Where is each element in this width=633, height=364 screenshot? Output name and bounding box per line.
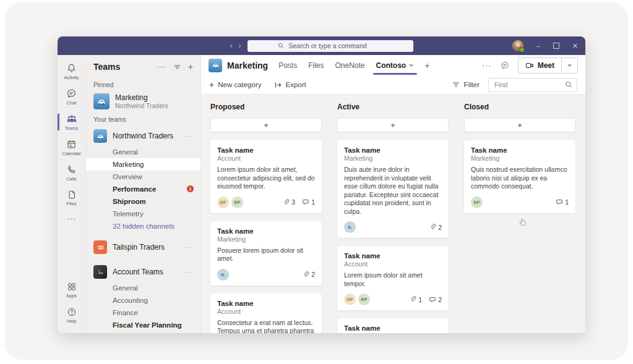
add-tab-button[interactable]: + xyxy=(420,55,434,75)
pinned-channel-marketing[interactable]: Marketing Northwind Traders xyxy=(86,91,200,111)
find-search-box[interactable] xyxy=(488,78,577,92)
task-card[interactable]: Task name Account Lorem ipsum dolor sit … xyxy=(337,318,449,333)
column-proposed: Proposed + Task name Account Lorem ipsum… xyxy=(210,101,322,333)
task-description: Consectetur a erat nam at lectus. Tempus… xyxy=(217,319,315,334)
channel-strategy[interactable]: Strategy xyxy=(86,331,200,333)
search-input[interactable] xyxy=(288,41,383,50)
task-card[interactable]: Task name Marketing Posuere lorem ipsum … xyxy=(210,221,322,286)
channel-fiscal-year-planning[interactable]: Fiscal Year Planning xyxy=(86,319,200,331)
rail-item-calendar[interactable]: Calendar xyxy=(58,135,85,160)
task-card[interactable]: Task name Account Lorem ipsum dolor sit … xyxy=(337,246,449,310)
tab-onenote[interactable]: OneNote xyxy=(329,55,370,75)
add-task-button[interactable]: + xyxy=(337,118,449,132)
task-card[interactable]: Task name Marketing Duis aute irure dolo… xyxy=(337,140,449,238)
task-title: Task name xyxy=(344,252,442,260)
rail-more-apps[interactable]: ··· xyxy=(58,211,85,227)
channel-accounting[interactable]: Accounting xyxy=(86,294,200,307)
minimize-button[interactable]: – xyxy=(536,43,540,49)
meet-options-button[interactable] xyxy=(561,58,577,73)
assignee-avatar: IL xyxy=(344,221,356,233)
rail-item-chat[interactable]: Chat xyxy=(58,84,85,109)
pinned-channel-name: Marketing xyxy=(115,93,168,102)
maximize-button[interactable] xyxy=(553,43,559,49)
tab-contoso-active[interactable]: Contoso xyxy=(371,55,420,75)
add-task-button[interactable]: + xyxy=(210,118,322,132)
rail-item-activity[interactable]: Activity xyxy=(58,59,85,84)
rail-item-apps[interactable]: Apps xyxy=(58,277,85,303)
attachments-count: 3 xyxy=(283,198,295,206)
team-name: Account Teams xyxy=(113,268,179,276)
column-active: Active + Task name Marketing Duis aute i… xyxy=(337,101,449,333)
channel-team-icon xyxy=(209,59,222,72)
channel-performance[interactable]: Performance 1 xyxy=(86,183,200,195)
kanban-board: Proposed + Task name Account Lorem ipsum… xyxy=(201,95,585,333)
channel-more-options-icon[interactable]: ··· xyxy=(482,61,492,70)
rail-label: Calendar xyxy=(62,151,80,156)
channel-shiproom[interactable]: Shiproom xyxy=(86,195,200,208)
rail-item-help[interactable]: Help xyxy=(58,303,85,328)
channel-marketing-selected[interactable]: Marketing xyxy=(86,158,200,171)
channel-main-area: Marketing Posts Files OneNote Contoso + … xyxy=(200,55,585,333)
team-options-icon[interactable]: ··· xyxy=(184,132,193,140)
help-icon xyxy=(67,307,77,317)
rail-label: Apps xyxy=(66,293,77,298)
channel-title: Marketing xyxy=(227,61,268,70)
nav-back-icon[interactable]: ‹ xyxy=(230,42,233,49)
tailspin-team-icon xyxy=(93,240,107,254)
comments-count: 1 xyxy=(556,198,569,206)
rail-label: Calls xyxy=(66,176,77,182)
find-input[interactable] xyxy=(493,80,561,89)
new-category-button[interactable]: + New category xyxy=(209,80,262,90)
task-category: Marketing xyxy=(217,235,315,243)
join-create-team-icon[interactable]: + xyxy=(188,62,193,72)
column-closed: Closed + Task name Marketing Quis nostru… xyxy=(464,101,575,333)
team-options-icon[interactable]: ··· xyxy=(184,268,193,276)
task-description: Lorem ipsum dolor sit amet, consectetur … xyxy=(217,166,315,191)
chevron-down-icon xyxy=(567,62,572,68)
task-card[interactable]: Task name Account Lorem ipsum dolor sit … xyxy=(210,140,322,213)
task-category: Marketing xyxy=(471,154,569,163)
meet-button[interactable]: Meet xyxy=(519,58,561,73)
sidebar-more-icon[interactable]: ··· xyxy=(157,62,166,71)
task-card[interactable]: Task name Marketing Quis nostrud exercit… xyxy=(464,140,575,213)
rail-item-teams[interactable]: Teams xyxy=(58,109,85,135)
nav-forward-icon[interactable]: › xyxy=(239,42,241,49)
channel-overview[interactable]: Overview xyxy=(86,171,200,183)
plus-icon: + xyxy=(264,121,269,130)
add-task-button[interactable]: + xyxy=(464,118,575,132)
hidden-channels-link[interactable]: 32 hidden channels xyxy=(86,220,200,232)
conversation-icon[interactable] xyxy=(500,61,510,70)
team-tailspin-traders[interactable]: Tailspin Traders ··· xyxy=(86,237,200,257)
ellipsis-icon: ··· xyxy=(67,214,76,223)
presence-available-dot xyxy=(519,47,525,53)
plus-icon: + xyxy=(424,61,429,70)
task-category: Account xyxy=(217,308,315,316)
teams-app-window: ‹ › – ✕ Activity Chat xyxy=(58,36,585,333)
channel-finance[interactable]: Finance xyxy=(86,307,200,319)
channel-telemetry[interactable]: Telemetry xyxy=(86,208,200,220)
tab-posts[interactable]: Posts xyxy=(273,55,303,75)
team-options-icon[interactable]: ··· xyxy=(184,243,193,251)
rail-item-calls[interactable]: Calls xyxy=(58,160,85,185)
command-search-box[interactable] xyxy=(248,40,413,52)
tab-label: Contoso xyxy=(376,61,407,70)
team-account-teams[interactable]: Account Teams ··· xyxy=(86,262,200,282)
comment-icon xyxy=(429,296,436,303)
export-button[interactable]: Export xyxy=(274,81,306,89)
channel-general[interactable]: General xyxy=(86,146,200,158)
filter-icon[interactable] xyxy=(173,63,181,71)
tab-files[interactable]: Files xyxy=(303,55,329,75)
close-button[interactable]: ✕ xyxy=(572,43,578,49)
task-category: Account xyxy=(344,260,442,268)
sidebar-title: Teams xyxy=(93,62,157,72)
rail-item-files[interactable]: Files xyxy=(58,185,85,211)
export-label: Export xyxy=(286,81,306,88)
channel-general-2[interactable]: General xyxy=(86,282,200,294)
comments-count: 2 xyxy=(429,296,442,303)
plus-icon: + xyxy=(209,80,214,90)
paperclip-icon xyxy=(283,199,290,206)
filter-button[interactable]: Filter xyxy=(452,81,480,88)
team-northwind-traders[interactable]: Northwind Traders ··· xyxy=(86,126,200,146)
task-card[interactable]: Task name Account Consectetur a erat nam… xyxy=(210,294,322,334)
user-avatar[interactable] xyxy=(512,40,523,51)
